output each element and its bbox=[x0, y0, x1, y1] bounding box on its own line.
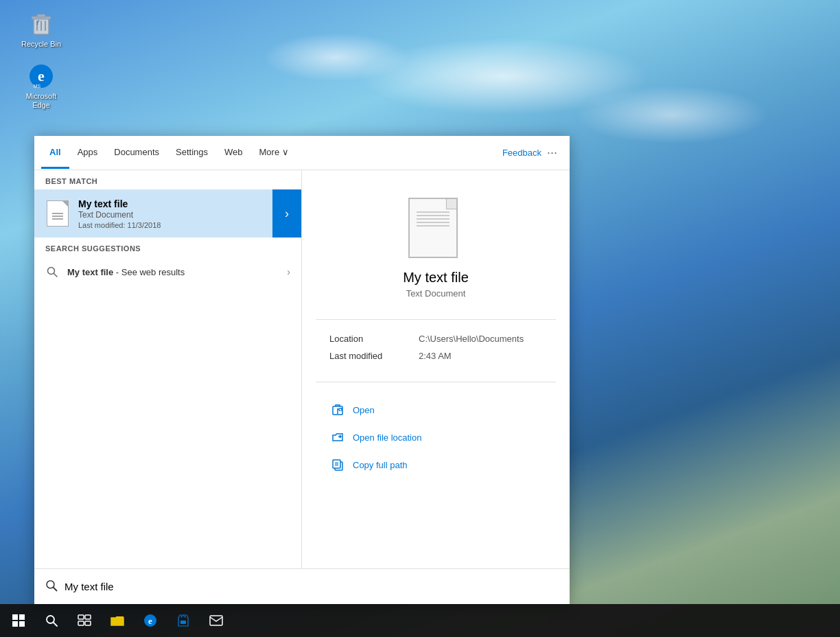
suggestion-search-icon bbox=[45, 265, 59, 279]
last-modified-value: 2:43 AM bbox=[419, 351, 452, 361]
task-view-button[interactable] bbox=[69, 605, 100, 636]
right-panel: My text file Text Document Location C:\U… bbox=[302, 170, 570, 568]
best-match-type: Text Document bbox=[78, 210, 290, 220]
open-file-location-label: Open file location bbox=[353, 432, 421, 443]
svg-rect-5 bbox=[37, 14, 45, 17]
store-taskbar-button[interactable] bbox=[167, 605, 199, 636]
file-preview-icon bbox=[408, 198, 463, 259]
divider-2 bbox=[316, 382, 556, 382]
best-match-date: Last modified: 11/3/2018 bbox=[78, 221, 290, 229]
tab-documents[interactable]: Documents bbox=[106, 137, 167, 169]
open-file-location-icon bbox=[329, 429, 346, 445]
feedback-button[interactable]: Feedback bbox=[502, 148, 541, 158]
suggestion-name: My text file bbox=[67, 267, 113, 277]
svg-rect-25 bbox=[78, 615, 84, 619]
microsoft-edge-label: Microsoft Edge bbox=[17, 92, 65, 110]
svg-line-10 bbox=[54, 274, 58, 277]
search-bar bbox=[34, 568, 570, 604]
search-suggestion-item[interactable]: My text file - See web results › bbox=[34, 257, 301, 287]
last-modified-row: Last modified 2:43 AM bbox=[329, 351, 542, 361]
file-icon bbox=[45, 201, 70, 226]
taskbar-search-button[interactable] bbox=[36, 605, 67, 636]
more-options-button[interactable]: ··· bbox=[541, 140, 563, 165]
mail-taskbar-button[interactable] bbox=[200, 605, 232, 636]
desktop: Recycle Bin e MS Microsoft Edge All Apps… bbox=[0, 0, 840, 637]
location-label: Location bbox=[329, 334, 419, 344]
svg-rect-2 bbox=[40, 21, 42, 31]
location-value: C:\Users\Hello\Documents bbox=[419, 334, 524, 344]
svg-point-23 bbox=[47, 616, 54, 623]
svg-rect-28 bbox=[85, 621, 91, 625]
last-modified-label: Last modified bbox=[329, 351, 419, 361]
search-input[interactable] bbox=[65, 581, 559, 592]
search-panel: All Apps Documents Settings Web More ∨ F… bbox=[34, 136, 570, 604]
svg-rect-21 bbox=[12, 621, 18, 627]
svg-point-17 bbox=[47, 581, 54, 588]
tab-all[interactable]: All bbox=[41, 137, 69, 169]
taskbar: e bbox=[0, 604, 840, 637]
svg-rect-22 bbox=[19, 621, 25, 627]
svg-rect-31 bbox=[180, 621, 186, 624]
actions-section: Open Open file location bbox=[316, 389, 556, 485]
svg-line-18 bbox=[54, 588, 57, 591]
svg-text:e: e bbox=[148, 616, 152, 626]
svg-rect-3 bbox=[45, 21, 46, 31]
metadata-section: Location C:\Users\Hello\Documents Last m… bbox=[316, 327, 556, 375]
open-label: Open bbox=[353, 405, 375, 415]
location-row: Location C:\Users\Hello\Documents bbox=[329, 334, 542, 344]
tabs-row: All Apps Documents Settings Web More ∨ F… bbox=[34, 136, 570, 170]
svg-text:MS: MS bbox=[34, 84, 41, 89]
svg-line-24 bbox=[54, 623, 57, 626]
svg-rect-26 bbox=[85, 615, 91, 619]
desktop-icons: Recycle Bin e MS Microsoft Edge bbox=[14, 7, 69, 114]
best-match-label: Best match bbox=[34, 170, 301, 189]
divider-1 bbox=[316, 319, 556, 320]
edge-taskbar-button[interactable]: e bbox=[135, 605, 166, 636]
best-match-arrow[interactable]: › bbox=[272, 189, 301, 238]
svg-rect-32 bbox=[210, 616, 222, 625]
left-panel: Best match My text file bbox=[34, 170, 302, 568]
search-suggestions-label: Search suggestions bbox=[34, 238, 301, 257]
copy-full-path-action[interactable]: Copy full path bbox=[329, 451, 542, 478]
microsoft-edge-icon[interactable]: e MS Microsoft Edge bbox=[14, 59, 69, 113]
tab-apps[interactable]: Apps bbox=[69, 137, 106, 169]
svg-rect-20 bbox=[19, 614, 25, 620]
file-explorer-button[interactable] bbox=[102, 605, 133, 636]
open-action[interactable]: Open bbox=[329, 396, 542, 424]
open-file-location-action[interactable]: Open file location bbox=[329, 424, 542, 451]
search-bar-icon bbox=[45, 579, 58, 594]
recycle-bin-label: Recycle Bin bbox=[21, 40, 61, 49]
tab-web[interactable]: Web bbox=[216, 137, 251, 169]
start-button[interactable] bbox=[3, 605, 34, 636]
best-match-item[interactable]: My text file Text Document Last modified… bbox=[34, 189, 301, 238]
tab-settings[interactable]: Settings bbox=[167, 137, 216, 169]
best-match-name: My text file bbox=[78, 198, 290, 209]
svg-rect-19 bbox=[12, 614, 18, 620]
preview-file-name: My text file bbox=[403, 270, 469, 286]
suggestion-suffix: - See web results bbox=[113, 267, 185, 277]
svg-rect-27 bbox=[78, 621, 84, 625]
suggestion-arrow-icon: › bbox=[287, 266, 290, 277]
preview-file-type: Text Document bbox=[406, 288, 466, 299]
suggestion-text: My text file - See web results bbox=[67, 267, 287, 277]
copy-full-path-icon bbox=[329, 456, 346, 473]
tab-more[interactable]: More ∨ bbox=[251, 137, 297, 169]
open-icon bbox=[329, 402, 346, 418]
copy-full-path-label: Copy full path bbox=[353, 460, 408, 470]
recycle-bin-icon[interactable]: Recycle Bin bbox=[14, 7, 69, 52]
svg-text:e: e bbox=[38, 67, 45, 84]
content-area: Best match My text file bbox=[34, 170, 570, 568]
